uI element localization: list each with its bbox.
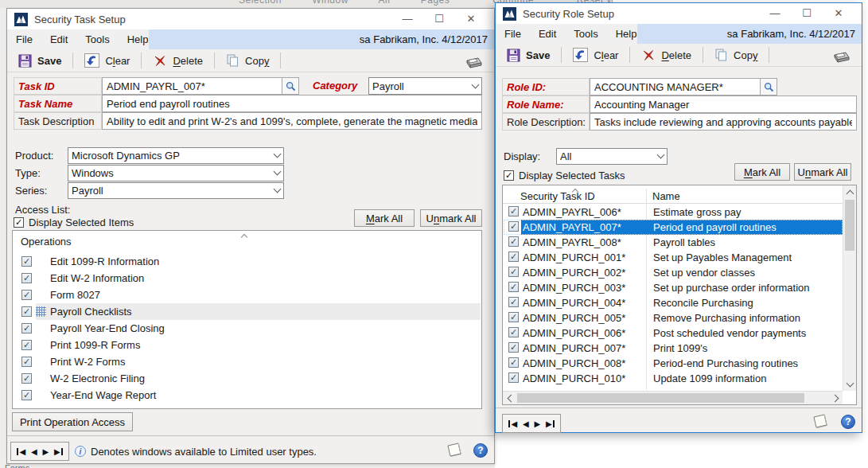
nav-next-button[interactable]: ▶: [40, 447, 51, 456]
task-description-input[interactable]: [102, 112, 482, 130]
clear-button[interactable]: Clear: [79, 51, 135, 70]
operation-row[interactable]: Form 8027: [14, 287, 481, 303]
task-checkbox[interactable]: [508, 342, 519, 353]
task-checkbox[interactable]: [508, 327, 519, 337]
role-id-input[interactable]: [590, 78, 761, 96]
operation-row[interactable]: Edit 1099-R Information: [14, 253, 481, 270]
close-button[interactable]: ✕: [455, 9, 487, 29]
task-row[interactable]: ADMIN_PAYRL_007* Period end payroll rout…: [504, 220, 843, 235]
task-checkbox[interactable]: [508, 297, 519, 307]
task-checkbox[interactable]: [508, 206, 519, 216]
operation-checkbox[interactable]: [21, 340, 32, 350]
operation-checkbox[interactable]: [21, 256, 32, 267]
task-checkbox[interactable]: [508, 357, 519, 368]
menu-file[interactable]: File: [7, 29, 41, 49]
role-description-input[interactable]: [590, 113, 857, 131]
help-icon[interactable]: ?: [473, 443, 488, 458]
task-row[interactable]: ADMIN_PAYRL_008* Payroll tables: [504, 235, 843, 250]
maximize-button[interactable]: ☐: [791, 3, 823, 24]
clear-button[interactable]: Clear: [567, 45, 624, 64]
operation-checkbox[interactable]: [21, 373, 32, 384]
operations-list[interactable]: Operations Edit 1099-R Information Edit …: [12, 230, 482, 409]
horizontal-scrollbar[interactable]: [503, 391, 843, 404]
horizontal-scroll-thumb[interactable]: [517, 393, 804, 403]
task-id-input[interactable]: [102, 77, 282, 95]
task-row[interactable]: ADMIN_PURCH_004* Reconcile Purchasing: [504, 295, 843, 310]
task-row[interactable]: ADMIN_PURCH_002* Set up vendor classes: [504, 265, 843, 280]
save-button[interactable]: Save: [501, 45, 555, 64]
category-dropdown[interactable]: Payroll: [368, 77, 482, 95]
task-checkbox[interactable]: [508, 312, 519, 322]
menu-edit[interactable]: Edit: [41, 29, 76, 49]
operation-checkbox[interactable]: [21, 390, 32, 400]
operation-row[interactable]: Edit W-2 Information: [14, 270, 481, 287]
vertical-scrollbar[interactable]: [843, 185, 856, 391]
type-dropdown[interactable]: Windows: [68, 165, 284, 181]
display-selected-tasks[interactable]: Display Selected Tasks: [504, 170, 625, 181]
scroll-up-icon[interactable]: [847, 189, 854, 197]
nav-first-button[interactable]: ◀: [506, 419, 520, 428]
scroll-left-icon[interactable]: [507, 395, 515, 403]
task-row[interactable]: ADMIN_PURCH_008* Period-end Purchasing r…: [504, 356, 843, 371]
operation-row[interactable]: Year-End Wage Report: [14, 387, 481, 404]
nav-next-button[interactable]: ▶: [531, 419, 543, 428]
note-icon[interactable]: [445, 441, 465, 460]
task-row[interactable]: ADMIN_PURCH_007* Print 1099's: [504, 341, 843, 356]
print-button[interactable]: [457, 51, 488, 70]
operation-checkbox[interactable]: [21, 273, 32, 283]
mark-all-button[interactable]: Mark All: [734, 163, 790, 181]
operation-row[interactable]: Payroll Year-End Closing: [14, 320, 481, 337]
operation-row[interactable]: W-2 Electronic Filing: [14, 370, 481, 387]
task-row[interactable]: ADMIN_PURCH_010* Update 1099 information: [504, 371, 843, 386]
print-operation-access-button[interactable]: Print Operation Access: [12, 412, 133, 431]
product-dropdown[interactable]: Microsoft Dynamics GP: [68, 147, 284, 164]
vertical-scroll-thumb[interactable]: [845, 200, 854, 251]
task-row[interactable]: ADMIN_PURCH_003* Set up purchase order i…: [504, 280, 843, 295]
operation-row[interactable]: Payroll Checklists: [14, 303, 481, 320]
save-button[interactable]: Save: [13, 51, 67, 70]
nav-first-button[interactable]: ◀: [14, 447, 28, 456]
maximize-button[interactable]: ☐: [423, 9, 455, 29]
task-name-input[interactable]: [102, 95, 482, 112]
unmark-all-button[interactable]: Unmark All: [794, 163, 851, 181]
task-checkbox[interactable]: [508, 267, 519, 277]
nav-previous-button[interactable]: ◀: [520, 419, 531, 428]
operation-checkbox[interactable]: [21, 357, 32, 367]
task-row[interactable]: ADMIN_PAYRL_006* Estimate gross pay: [504, 205, 843, 220]
operation-row[interactable]: Print 1099-R Forms: [14, 337, 481, 353]
menu-tools[interactable]: Tools: [76, 29, 118, 49]
copy-button[interactable]: Copy: [709, 45, 763, 64]
unmark-all-button[interactable]: Unmark All: [420, 209, 482, 227]
column-name[interactable]: Name: [652, 190, 680, 202]
print-button[interactable]: [824, 45, 856, 64]
note-icon[interactable]: [811, 412, 831, 431]
task-row[interactable]: ADMIN_PURCH_006* Post scheduled vendor p…: [504, 326, 843, 341]
display-selected-checkbox[interactable]: [14, 217, 24, 228]
help-icon[interactable]: ?: [841, 415, 855, 429]
mark-all-button[interactable]: Mark All: [354, 209, 415, 227]
minimize-button[interactable]: —: [391, 9, 423, 29]
menu-tools[interactable]: Tools: [565, 24, 606, 44]
scroll-down-icon[interactable]: [847, 380, 854, 388]
operation-row[interactable]: Print W-2 Forms: [14, 353, 481, 370]
operation-checkbox[interactable]: [21, 306, 32, 317]
display-selected-items[interactable]: Display Selected Items: [14, 216, 134, 228]
close-button[interactable]: ✕: [823, 3, 854, 24]
task-row[interactable]: ADMIN_PURCH_005* Remove Purchasing infor…: [504, 310, 843, 326]
delete-button[interactable]: Delete: [147, 51, 208, 70]
task-id-lookup-button[interactable]: [282, 77, 299, 95]
nav-last-button[interactable]: ▶: [543, 419, 557, 428]
role-id-lookup-button[interactable]: [760, 78, 777, 96]
nav-last-button[interactable]: ▶: [52, 447, 65, 456]
menu-edit[interactable]: Edit: [530, 24, 565, 44]
security-task-list[interactable]: Security Task ID Name ADMIN_PAYRL_006* E…: [502, 185, 857, 405]
role-name-input[interactable]: [590, 96, 857, 113]
copy-button[interactable]: Copy: [220, 51, 274, 70]
series-dropdown[interactable]: Payroll: [68, 182, 284, 199]
task-checkbox[interactable]: [508, 221, 519, 232]
task-checkbox[interactable]: [508, 372, 519, 383]
display-selected-checkbox[interactable]: [504, 170, 514, 181]
delete-button[interactable]: Delete: [636, 45, 697, 64]
menu-file[interactable]: File: [496, 24, 530, 44]
nav-previous-button[interactable]: ◀: [29, 447, 40, 456]
